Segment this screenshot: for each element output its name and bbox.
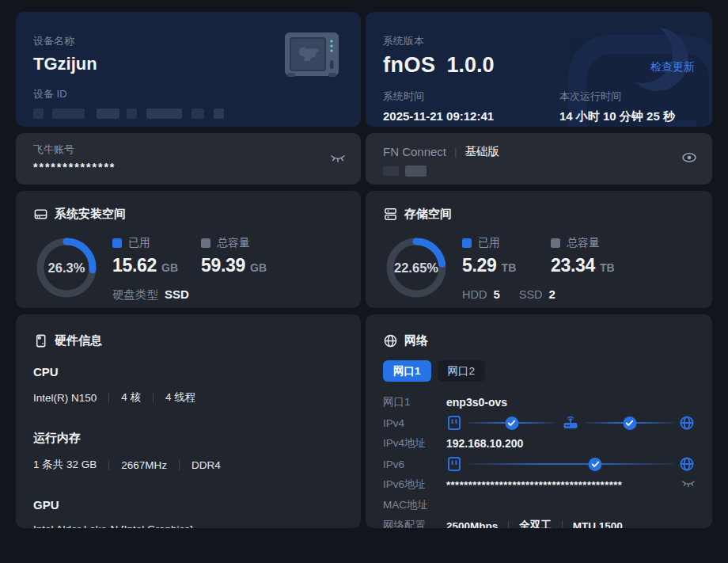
memory-label: 运行内存 bbox=[33, 431, 345, 446]
total-swatch bbox=[201, 238, 210, 248]
eye-closed-icon[interactable] bbox=[681, 477, 696, 493]
storage-title: 存储空间 bbox=[404, 207, 452, 222]
eye-closed-icon[interactable] bbox=[329, 150, 347, 168]
globe-icon bbox=[383, 333, 398, 348]
nas-device-icon bbox=[282, 32, 345, 81]
nas-node-icon bbox=[446, 456, 462, 472]
ipv4-address-row: IPv4地址 192.168.10.200 bbox=[383, 433, 696, 454]
system-space-donut: 26.3% bbox=[33, 234, 100, 301]
network-config-row: 网络配置 2500Mbps 全双工 MTU 1500 bbox=[383, 515, 696, 528]
account-masked-value: ************** bbox=[33, 161, 345, 173]
internet-globe-icon bbox=[679, 415, 695, 431]
ipv4-status-row: IPv4 bbox=[383, 413, 696, 433]
system-version-label: 系统版本 bbox=[383, 34, 695, 48]
gpu-specs: Intel Alder Lake-N [Intel Graphics] bbox=[33, 523, 345, 528]
network-title: 网络 bbox=[404, 333, 428, 348]
disk-type-row: 硬盘类型 SSD bbox=[112, 287, 290, 302]
system-time-label: 系统时间 bbox=[383, 89, 559, 104]
router-icon bbox=[561, 414, 580, 432]
used-value: 5.29 TB bbox=[462, 255, 551, 276]
uptime-value: 14 小时 10 分钟 25 秒 bbox=[559, 109, 675, 124]
tab-port2[interactable]: 网口2 bbox=[438, 360, 486, 382]
used-swatch bbox=[112, 238, 122, 248]
storage-icon bbox=[383, 207, 398, 222]
eye-open-icon[interactable] bbox=[681, 150, 698, 168]
total-swatch bbox=[551, 238, 560, 248]
uptime-label: 本次运行时间 bbox=[559, 89, 675, 104]
device-info-card: 设备名称 TGzijun 设备 ID bbox=[16, 12, 361, 127]
total-value: 59.39 GB bbox=[201, 255, 290, 276]
used-swatch bbox=[462, 238, 472, 248]
hardware-info-card: 硬件信息 CPU Intel(R) N150 4 核 4 线程 运行内存 1 条… bbox=[16, 314, 361, 528]
plan-badge: 基础版 bbox=[464, 144, 499, 159]
ipv6-address-row: IPv6地址 *********************************… bbox=[383, 474, 696, 495]
cpu-label: CPU bbox=[33, 365, 345, 379]
hardware-title: 硬件信息 bbox=[55, 333, 102, 348]
used-legend: 已用 bbox=[462, 236, 551, 250]
uptime-block: 本次运行时间 14 小时 10 分钟 25 秒 bbox=[559, 89, 675, 124]
gpu-label: GPU bbox=[33, 498, 345, 512]
storage-donut: 22.65% bbox=[383, 234, 449, 301]
ipv6-connectivity-diagram bbox=[446, 456, 696, 472]
mac-address-row: MAC地址 bbox=[383, 495, 696, 515]
cpu-specs: Intel(R) N150 4 核 4 线程 bbox=[33, 390, 345, 405]
total-value: 23.34 TB bbox=[551, 255, 639, 276]
check-icon bbox=[623, 417, 636, 430]
os-version: fnOS1.0.0 bbox=[383, 53, 495, 78]
system-time-value: 2025-11-21 09:12:41 bbox=[383, 109, 559, 123]
used-legend: 已用 bbox=[112, 236, 201, 250]
dashboard: 设备名称 TGzijun 设备 ID bbox=[0, 0, 728, 528]
separator: | bbox=[454, 146, 457, 158]
fn-connect-label: FN Connect bbox=[383, 145, 446, 158]
feiniu-account-card: 飞牛账号 ************** bbox=[16, 133, 361, 184]
memory-specs: 1 条共 32 GB 2667MHz DDR4 bbox=[33, 458, 345, 472]
ipv6-status-row: IPv6 bbox=[383, 454, 696, 474]
fn-connect-card: FN Connect | 基础版 bbox=[366, 133, 712, 184]
ipv4-connectivity-diagram bbox=[446, 414, 696, 432]
internet-globe-icon bbox=[679, 456, 695, 472]
network-card: 网络 网口1 网口2 网口1 enp3s0-ovs IPv4 bbox=[366, 314, 712, 528]
interface-row: 网口1 enp3s0-ovs bbox=[383, 392, 696, 413]
used-value: 15.62 GB bbox=[112, 255, 201, 276]
system-space-title: 系统安装空间 bbox=[55, 207, 126, 222]
total-legend: 总容量 bbox=[551, 236, 639, 250]
device-id-redacted bbox=[33, 108, 345, 119]
system-version-card: 系统版本 fnOS1.0.0 检查更新 系统时间 2025-11-21 09:1… bbox=[366, 12, 712, 127]
disk-count-row: HDD 5 SSD 2 bbox=[462, 287, 639, 301]
system-space-card: 系统安装空间 26.3% 已用 总容量 bbox=[16, 191, 361, 308]
total-legend: 总容量 bbox=[201, 236, 290, 250]
connect-redacted bbox=[383, 165, 696, 177]
tab-port1[interactable]: 网口1 bbox=[383, 360, 431, 382]
check-icon bbox=[505, 417, 518, 430]
os-name: fnOS bbox=[383, 53, 436, 77]
hardware-icon bbox=[33, 333, 48, 348]
account-label: 飞牛账号 bbox=[33, 143, 345, 157]
system-time-block: 系统时间 2025-11-21 09:12:41 bbox=[383, 89, 559, 124]
system-space-percent: 26.3% bbox=[33, 234, 100, 301]
device-id-label: 设备 ID bbox=[33, 87, 345, 101]
nas-node-icon bbox=[446, 415, 462, 431]
disk-icon bbox=[33, 207, 48, 222]
storage-percent: 22.65% bbox=[383, 234, 449, 301]
check-update-link[interactable]: 检查更新 bbox=[650, 60, 695, 74]
check-icon bbox=[589, 458, 602, 471]
storage-space-card: 存储空间 22.65% 已用 总容量 bbox=[366, 191, 712, 308]
